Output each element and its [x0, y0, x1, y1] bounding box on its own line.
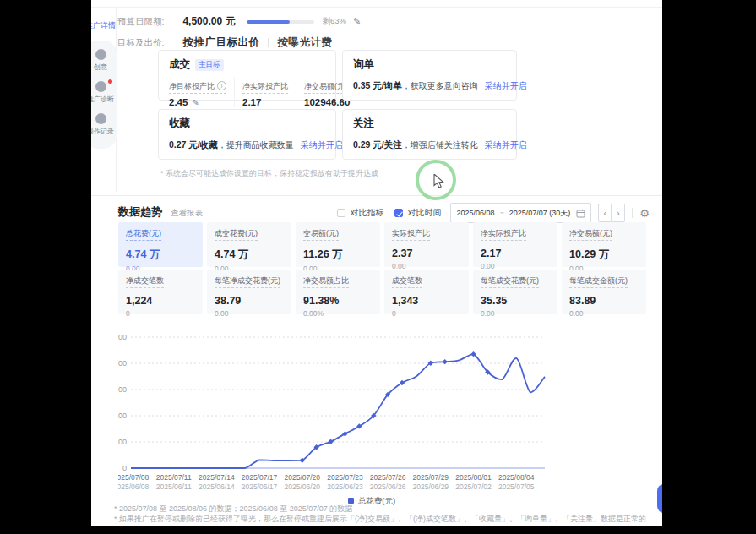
- sidebar-panel: 创意 推广诊断 操作记录: [91, 41, 117, 149]
- metric-card-value: 2.37: [392, 248, 461, 259]
- metric-value: 2.45: [169, 97, 188, 107]
- metric-card-value: 2.17: [481, 248, 550, 259]
- svg-text:2025/07/17: 2025/07/17: [242, 473, 278, 482]
- tab-bid-by-impression[interactable]: 按曝光计费: [277, 35, 332, 50]
- adopt-enable-link[interactable]: 采纳并开启: [301, 140, 343, 150]
- bidding-label: 目标及出价:: [117, 37, 164, 49]
- goal-section: 推广详情 创意 推广诊断 操作记录 预算日限额: 4,500.00 元 剩63%…: [91, 8, 662, 195]
- metric-card-label: 净交易额占比: [303, 275, 349, 288]
- deal-metric-target-roi: 净目标投产比i 2.45 ✎: [169, 77, 235, 107]
- metric-value: 2.17: [242, 97, 288, 107]
- metric-card[interactable]: 交易额(元)11.26 万0.00: [296, 222, 380, 267]
- compare-time-checkbox[interactable]: [394, 209, 403, 217]
- date-range-picker[interactable]: 2025/06/08 ~ 2025/07/07 (30天): [450, 203, 591, 223]
- main-goal-badge: 主目标: [195, 59, 224, 71]
- metric-card[interactable]: 净实际投产比2.170.00: [473, 222, 557, 267]
- inquiry-desc: ，获取更多意向咨询: [402, 81, 478, 90]
- svg-text:2025/07/02: 2025/07/02: [455, 482, 492, 491]
- metric-card-label: 每笔净成交花费(元): [215, 275, 280, 288]
- sidebar-item[interactable]: 创意: [91, 49, 117, 72]
- svg-text:3,000: 3,000: [118, 385, 127, 394]
- svg-text:2025/06/26: 2025/06/26: [370, 482, 406, 491]
- view-report-link[interactable]: 查看报表: [171, 208, 203, 219]
- screen: 推广详情 创意 推广诊断 操作记录 预算日限额: 4,500.00 元 剩63%…: [0, 0, 756, 534]
- metric-card-value: 1,343: [392, 295, 461, 307]
- metric-card[interactable]: 总花费(元)4.74 万0.00: [118, 222, 203, 267]
- budget-remaining: 剩63%: [322, 16, 346, 27]
- metric-card-grid: 总花费(元)4.74 万0.00成交花费(元)4.74 万0.00交易额(元)1…: [118, 222, 646, 314]
- metric-card-value: 4.74 万: [215, 248, 284, 262]
- adopt-enable-link[interactable]: 采纳并开启: [485, 140, 527, 150]
- sidebar-item-label: 推广诊断: [91, 95, 117, 104]
- favorite-desc: ，提升商品收藏数量: [218, 140, 294, 150]
- svg-text:2025/06/11: 2025/06/11: [156, 482, 192, 491]
- svg-text:2025/06/23: 2025/06/23: [327, 482, 363, 491]
- metric-card[interactable]: 每笔净成交花费(元)38.790.00: [207, 270, 291, 314]
- notification-dot: [108, 79, 112, 84]
- deal-title: 成交: [169, 57, 190, 72]
- metric-label: 净实际投产比: [242, 81, 288, 94]
- metric-card-value: 91.38%: [303, 295, 373, 307]
- trend-section: 数据趋势 查看报表 对比指标 对比时间 2025/06/08 ~ 2025/07…: [91, 196, 662, 526]
- metric-card-label: 总花费(元): [126, 228, 161, 241]
- date-end: 2025/07/07 (30天): [509, 208, 571, 219]
- svg-text:2025/08/04: 2025/08/04: [498, 473, 535, 482]
- sidebar-item-label: 操作记录: [91, 127, 117, 136]
- sidebar-item[interactable]: 推广详情: [91, 16, 117, 31]
- goal-card-inquiry: 询单 0.35 元/询单，获取更多意向咨询采纳并开启: [342, 50, 517, 101]
- date-separator: ~: [500, 209, 504, 217]
- next-period-button[interactable]: ›: [612, 204, 625, 222]
- legend-label: 总花费(元): [358, 496, 395, 505]
- prev-period-button[interactable]: ‹: [598, 204, 612, 222]
- metric-card[interactable]: 成交笔数1,3430: [384, 270, 469, 314]
- svg-text:4,000: 4,000: [118, 359, 127, 368]
- metric-card[interactable]: 成交花费(元)4.74 万0.00: [207, 222, 291, 267]
- metric-card[interactable]: 每笔成交花费(元)35.350.00: [473, 270, 557, 314]
- svg-text:5,000: 5,000: [118, 333, 127, 341]
- metric-card[interactable]: 每笔成交金额(元)83.890.00: [562, 270, 646, 314]
- app-window: 推广详情 创意 推广诊断 操作记录 预算日限额: 4,500.00 元 剩63%…: [91, 0, 662, 526]
- svg-text:2025/06/08: 2025/06/08: [118, 482, 150, 491]
- controls-separator: [632, 208, 633, 218]
- trend-title: 数据趋势: [118, 204, 162, 220]
- svg-text:2025/07/23: 2025/07/23: [327, 473, 363, 482]
- metric-card-compare-value: 0.00: [481, 309, 550, 318]
- floating-side-button[interactable]: [657, 484, 662, 513]
- tab-bid-by-goal[interactable]: 按推广目标出价: [182, 35, 259, 50]
- goal-cards: 成交 主目标 净目标投产比i 2.45 ✎ 净实际投产比 2.17: [158, 50, 517, 160]
- edit-budget-icon[interactable]: ✎: [353, 16, 361, 27]
- adopt-enable-link[interactable]: 采纳并开启: [485, 81, 527, 90]
- svg-text:0: 0: [122, 464, 127, 472]
- metric-card-label: 每笔成交花费(元): [481, 275, 539, 288]
- metric-card-compare-value: 0.00: [569, 309, 639, 318]
- date-start: 2025/06/08: [456, 209, 494, 217]
- compare-metric-checkbox[interactable]: [337, 209, 345, 217]
- calendar-icon: [576, 209, 585, 218]
- budget-label: 预算日限额:: [117, 16, 164, 28]
- edit-roi-icon[interactable]: ✎: [193, 98, 199, 107]
- sidebar-item[interactable]: 推广诊断: [91, 81, 117, 104]
- compare-metric-label[interactable]: 对比指标: [350, 207, 383, 219]
- sidebar-item[interactable]: 操作记录: [91, 113, 117, 136]
- metric-card[interactable]: 净成交笔数1,2240: [118, 270, 203, 314]
- svg-text:2025/07/11: 2025/07/11: [156, 473, 192, 482]
- svg-text:2025/06/14: 2025/06/14: [199, 482, 235, 491]
- metric-card[interactable]: 净交易额占比91.38%0.00%: [296, 270, 380, 314]
- svg-text:1,000: 1,000: [118, 438, 127, 446]
- compare-time-label[interactable]: 对比时间: [407, 207, 441, 219]
- gear-icon[interactable]: ⚙: [639, 207, 650, 220]
- metric-card[interactable]: 净交易额(元)10.29 万0.00: [562, 222, 646, 267]
- sidebar-item-label: 推广详情: [91, 21, 116, 30]
- metric-card-value: 38.79: [215, 295, 284, 307]
- metric-card-label: 净交易额(元): [569, 228, 612, 241]
- metric-card-value: 10.29 万: [569, 248, 639, 262]
- metric-card-label: 净实际投产比: [481, 228, 526, 241]
- info-icon[interactable]: i: [217, 81, 226, 90]
- svg-text:2,000: 2,000: [118, 411, 127, 420]
- follow-price: 0.29 元/关注: [353, 139, 402, 150]
- metric-card-compare-value: 0: [392, 309, 461, 318]
- inquiry-price: 0.35 元/询单: [353, 80, 402, 90]
- svg-text:2025/07/20: 2025/07/20: [284, 473, 320, 482]
- favorite-title: 收藏: [169, 117, 325, 131]
- metric-card[interactable]: 实际投产比2.370.00: [384, 222, 469, 267]
